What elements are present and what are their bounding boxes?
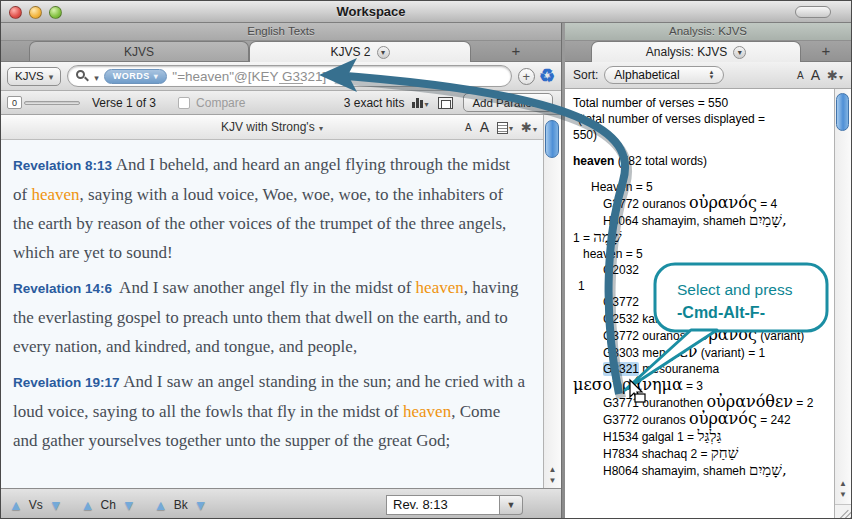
chapter-down-button[interactable]: ▼: [122, 498, 136, 512]
results-toolbar: 0 Verse 1 of 3 Compare 3 exact hits Add …: [1, 91, 561, 115]
gear-icon[interactable]: ✱: [827, 68, 843, 83]
context-slider-value[interactable]: 0: [7, 96, 22, 109]
analysis-text: G3772 ouranos: [603, 413, 689, 427]
analysis-text: (variant) = 1: [697, 346, 765, 360]
analysis-line: G3772 ouranos οὐρανός = 242: [573, 411, 832, 428]
analysis-text: G3771 ouranothen: [603, 396, 706, 410]
analysis-text: (variant) = 1: [688, 312, 756, 326]
chapter-up-button[interactable]: ▲: [81, 498, 95, 512]
verse: Revelation 8:13 And I beheld, and heard …: [13, 150, 527, 267]
analysis-line: G2032: [573, 262, 832, 278]
stepper-arrows-icon: ▲▼: [708, 70, 714, 80]
text-scrollbar[interactable]: ▲▼: [543, 115, 561, 488]
search-icon[interactable]: [76, 70, 89, 83]
tab-menu-icon[interactable]: ▾: [733, 46, 746, 59]
gear-icon[interactable]: ✱: [521, 120, 537, 135]
new-tab-button[interactable]: +: [801, 41, 851, 61]
analysis-text: καί: [661, 308, 688, 327]
text-version-selector[interactable]: KJV with Strong's: [1, 120, 543, 134]
add-search-criteria-button[interactable]: +: [518, 68, 535, 85]
decrease-font-button[interactable]: A: [465, 122, 472, 133]
hit-count: 3 exact hits: [344, 96, 405, 110]
analysis-scrollbar-thumb[interactable]: [836, 93, 849, 131]
search-query-text[interactable]: "=heaven"@[KEY G3321]: [172, 69, 326, 84]
analysis-chart-icon[interactable]: [412, 97, 423, 108]
refresh-sync-icon[interactable]: ♻: [539, 67, 555, 85]
splitter-grip[interactable]: [279, 83, 303, 89]
analysis-line: heaven (582 total words): [573, 153, 832, 169]
navigation-bar: ▲ Vs ▼ ▲ Ch ▼ ▲ Bk ▼ Rev. 8:13 ▼: [1, 488, 561, 519]
analysis-text: 1: [578, 279, 585, 293]
tab-menu-icon[interactable]: ▾: [377, 46, 390, 59]
tab-analysis[interactable]: Analysis: KJVS ▾: [591, 41, 801, 62]
hit-word: heaven: [416, 278, 464, 297]
book-nav-group: ▲ Bk ▼: [154, 498, 208, 512]
verse-up-button[interactable]: ▲: [9, 498, 23, 512]
analysis-line: heaven = 5: [573, 246, 832, 262]
text-scrollbar-arrows[interactable]: ▲▼: [544, 464, 561, 486]
verse: Revelation 19:17 And I saw an angel stan…: [13, 367, 527, 455]
book-down-button[interactable]: ▼: [194, 498, 208, 512]
details-view-icon[interactable]: [438, 97, 453, 109]
analysis-text: H7834 shachaq: [603, 447, 690, 461]
analysis-text: (total number of verses displayed =: [578, 112, 765, 126]
analysis-text: mesouranema: [639, 362, 719, 376]
sort-label: Sort:: [573, 68, 598, 82]
analysis-blank-line: [573, 169, 832, 179]
analysis-line: G3772 ouranos οὐρανός = 4: [573, 195, 832, 212]
analysis-text: שַׁחַק: [711, 444, 739, 462]
new-tab-button[interactable]: +: [471, 41, 561, 61]
analysis-text: G2532 kai: [603, 312, 661, 326]
module-select-label: KJVS: [15, 70, 44, 82]
analysis-scrollbar-arrows[interactable]: ▲▼: [835, 478, 851, 500]
chapter-nav-group: ▲ Ch ▼: [81, 498, 136, 512]
increase-font-button[interactable]: A: [811, 67, 820, 83]
add-parallel-label: Add Parallel: [472, 97, 534, 109]
analysis-line: Total number of verses = 550: [573, 95, 832, 111]
analysis-text: G3772 ouranos: [603, 197, 689, 211]
analysis-text: H8064 shamayim, shameh: [603, 214, 749, 228]
analysis-text: οὐρανός: [689, 325, 757, 344]
analysis-scrollbar[interactable]: ▲▼: [834, 89, 851, 519]
analysis-line: H8064 shamayim, shameh שָׁמַיִם,: [573, 462, 832, 479]
analysis-line: 550): [573, 127, 832, 143]
reference-dropdown-button[interactable]: ▼: [500, 495, 523, 515]
decrease-font-button[interactable]: A: [797, 70, 804, 81]
search-scope-pill[interactable]: WORDS: [104, 69, 168, 84]
text-pane: English Texts KJVS KJVS 2 ▾ + KJVS: [1, 23, 562, 519]
display-settings-icon[interactable]: [497, 120, 513, 134]
analysis-text: heaven: [573, 154, 614, 168]
book-up-button[interactable]: ▲: [154, 498, 168, 512]
analysis-pane: Analysis: KJVS Analysis: KJVS ▾ + Sort: …: [565, 23, 851, 519]
analysis-text: = 242: [757, 413, 791, 427]
go-to-reference-input[interactable]: Rev. 8:13: [386, 495, 500, 515]
module-select-button[interactable]: KJVS: [7, 67, 61, 86]
toolbar-toggle-button[interactable]: [795, 6, 831, 18]
left-tab-bar: KJVS KJVS 2 ▾ +: [1, 41, 561, 62]
chevron-down-icon: [539, 97, 544, 109]
sort-select[interactable]: Alphabetical ▲▼: [604, 66, 724, 84]
tab-kjvs[interactable]: KJVS: [29, 41, 249, 61]
text-scrollbar-thumb[interactable]: [545, 120, 559, 158]
analysis-text: = 4: [757, 197, 777, 211]
right-group-title: Analysis: KJVS: [565, 23, 851, 41]
resize-grip[interactable]: [835, 504, 851, 519]
search-options-chevron-icon[interactable]: [94, 67, 99, 85]
analysis-text: H8064 shamayim, shameh: [603, 464, 749, 478]
context-slider[interactable]: [24, 101, 80, 105]
chevron-down-icon: [154, 71, 159, 81]
increase-font-button[interactable]: A: [480, 119, 489, 135]
text-version-header: KJV with Strong's A A ✱: [1, 115, 543, 140]
analysis-line: H8064 shamayim, shameh שָׁמַיִם,: [573, 212, 832, 229]
selected-strongs-number[interactable]: G3321: [603, 362, 639, 376]
compare-checkbox[interactable]: [178, 97, 190, 109]
add-parallel-button[interactable]: Add Parallel: [463, 93, 553, 112]
analysis-text: = 2: [793, 396, 813, 410]
tab-kjvs-2[interactable]: KJVS 2 ▾: [249, 41, 471, 62]
chevron-down-icon[interactable]: [423, 96, 428, 110]
analysis-line: μεσουράνημα = 3: [573, 377, 832, 394]
verse-down-button[interactable]: ▼: [49, 498, 63, 512]
verse-reference: Revelation 14:6: [13, 281, 116, 296]
analysis-text: μεσουράνημα: [573, 375, 683, 394]
chevron-down-icon: [318, 120, 323, 134]
